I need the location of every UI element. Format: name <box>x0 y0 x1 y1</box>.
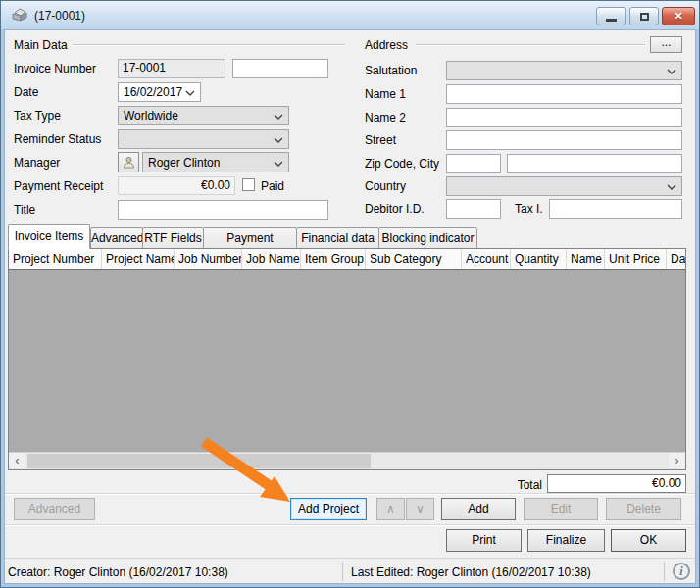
name2-field[interactable] <box>446 108 682 127</box>
tab-rtf-fields[interactable]: RTF Fields <box>142 227 204 249</box>
column-header-quantity[interactable]: Quantity <box>511 249 567 269</box>
salutation-label: Salutation <box>365 64 417 77</box>
grid-header-row: Project Number Project Name Job Number J… <box>9 249 685 270</box>
main-data-group-line <box>73 44 345 45</box>
status-bar: Creator: Roger Clinton (16/02/2017 10:38… <box>5 558 695 584</box>
status-divider <box>664 562 665 581</box>
tab-payment-receipts[interactable]: Payment Receipts <box>203 227 297 249</box>
date-label: Date <box>14 85 38 99</box>
move-up-button: ∧ <box>376 498 405 520</box>
column-header-project-number[interactable]: Project Number <box>9 249 102 269</box>
column-header-date[interactable]: Da <box>667 249 685 269</box>
minimize-icon <box>606 19 617 22</box>
creator-status-text: Creator: Roger Clinton (16/02/2017 10:38… <box>8 565 228 579</box>
separator-line <box>5 493 695 494</box>
invoice-items-grid: Project Number Project Name Job Number J… <box>8 248 686 470</box>
tab-blocking-indicator[interactable]: Blocking indicator <box>378 227 477 249</box>
total-label: Total <box>490 478 542 492</box>
invoice-dialog-window: (17-0001) ✕ Main Data Invoice Number 17-… <box>0 0 700 588</box>
paid-label: Paid <box>261 179 284 193</box>
finalize-button[interactable]: Finalize <box>527 529 605 552</box>
name1-field[interactable] <box>446 84 682 104</box>
chevron-down-icon <box>274 114 283 120</box>
minimize-button[interactable] <box>596 7 626 25</box>
print-button[interactable]: Print <box>446 529 522 552</box>
window-title: (17-0001) <box>34 9 85 23</box>
name1-label: Name 1 <box>365 87 406 101</box>
date-value: 16/02/2017 <box>124 85 182 99</box>
column-header-name[interactable]: Name <box>567 249 605 269</box>
column-header-account[interactable]: Account <box>462 249 511 269</box>
country-dropdown[interactable] <box>446 176 682 196</box>
invoice-number-extra-field[interactable] <box>232 59 328 78</box>
payment-receipt-amount: €0.00 <box>118 176 235 195</box>
chevron-down-icon <box>185 90 195 96</box>
info-icon[interactable]: i <box>673 563 690 580</box>
salutation-dropdown[interactable] <box>446 61 682 80</box>
tax-id-field[interactable] <box>549 199 682 219</box>
column-header-project-name[interactable]: Project Name <box>102 249 175 269</box>
scroll-right-arrow[interactable]: › <box>669 453 685 468</box>
maximize-button[interactable] <box>629 7 659 25</box>
address-more-button[interactable]: ... <box>650 36 682 53</box>
column-header-item-group[interactable]: Item Group <box>301 249 366 269</box>
status-divider <box>342 562 343 581</box>
address-legend: Address <box>365 38 408 52</box>
ok-button[interactable]: OK <box>611 529 686 552</box>
paid-checkbox[interactable] <box>242 178 255 191</box>
manager-label: Manager <box>14 156 60 170</box>
close-icon: ✕ <box>674 10 682 23</box>
city-field[interactable] <box>507 154 682 173</box>
scrollbar-thumb[interactable] <box>27 454 371 468</box>
address-group-line <box>416 44 645 45</box>
column-header-sub-category[interactable]: Sub Category <box>366 249 462 269</box>
total-field: €0.00 <box>547 474 686 493</box>
column-header-job-name[interactable]: Job Name <box>242 249 301 269</box>
invoice-number-field[interactable]: 17-0001 <box>118 59 225 78</box>
advanced-button: Advanced <box>14 498 95 520</box>
close-button[interactable]: ✕ <box>662 7 695 25</box>
title-field[interactable] <box>118 200 328 220</box>
add-button[interactable]: Add <box>441 498 516 520</box>
column-header-unit-price[interactable]: Unit Price <box>605 249 667 269</box>
manager-dropdown[interactable]: Roger Clinton <box>142 152 289 172</box>
tax-type-dropdown[interactable]: Worldwide <box>118 106 289 125</box>
debitor-id-label: Debitor I.D. <box>365 202 425 216</box>
street-label: Street <box>365 133 396 147</box>
scroll-left-arrow[interactable]: ‹ <box>9 453 25 468</box>
horizontal-scrollbar[interactable]: ‹ › <box>9 452 685 469</box>
move-down-button: ∨ <box>406 498 434 520</box>
invoice-number-label: Invoice Number <box>14 62 96 75</box>
tax-id-label: Tax I. <box>515 202 543 216</box>
street-field[interactable] <box>446 130 682 150</box>
tab-invoice-items[interactable]: Invoice Items <box>8 224 90 249</box>
invoice-printer-icon <box>11 7 28 25</box>
titlebar[interactable]: (17-0001) ✕ <box>1 1 699 29</box>
tab-financial-data[interactable]: Financial data <box>296 227 379 249</box>
tax-type-value: Worldwide <box>124 109 178 122</box>
zip-field[interactable] <box>446 154 501 173</box>
payment-receipt-label: Payment Receipt <box>14 179 103 193</box>
main-data-legend: Main Data <box>14 38 68 52</box>
reminder-status-dropdown[interactable] <box>118 129 289 149</box>
zip-city-label: Zip Code, City <box>365 157 439 171</box>
title-field-label: Title <box>14 203 35 217</box>
chevron-down-icon <box>274 161 283 167</box>
edit-button: Edit <box>524 498 598 520</box>
manager-value: Roger Clinton <box>148 156 220 170</box>
chevron-down-icon <box>667 69 676 74</box>
delete-button: Delete <box>606 498 681 520</box>
last-edited-status-text: Last Edited: Roger Clinton (16/02/2017 1… <box>351 565 591 579</box>
date-dropdown[interactable]: 16/02/2017 <box>118 82 201 102</box>
maximize-icon <box>640 13 649 21</box>
manager-picker-button[interactable] <box>118 152 139 172</box>
debitor-id-field[interactable] <box>446 199 501 219</box>
person-icon <box>123 156 135 169</box>
country-label: Country <box>365 179 406 193</box>
name2-label: Name 2 <box>365 111 406 124</box>
column-header-job-number[interactable]: Job Number <box>175 249 242 269</box>
add-project-button[interactable]: Add Project <box>290 498 367 520</box>
chevron-down-icon <box>274 137 283 143</box>
tab-advanced[interactable]: Advanced <box>90 227 143 249</box>
tax-type-label: Tax Type <box>14 109 61 122</box>
